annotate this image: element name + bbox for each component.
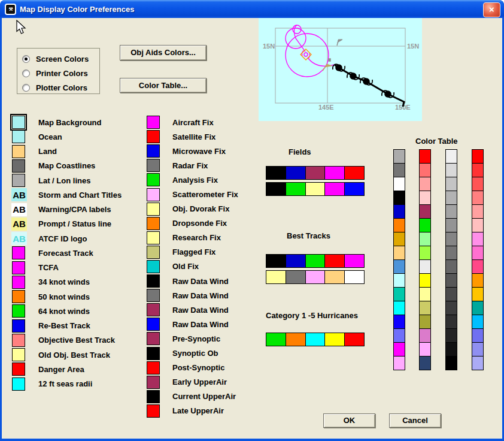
color-table-cell[interactable] [445,259,457,274]
color-swatch[interactable] [12,174,25,187]
color-table-cell[interactable] [393,356,405,370]
color-table-cell[interactable] [472,328,484,343]
color-swatch[interactable] [147,390,160,403]
color-table-cell[interactable] [445,149,457,164]
color-table-cell[interactable] [445,328,457,343]
fields-color-cell[interactable] [344,167,364,179]
radio-button[interactable] [22,70,30,77]
color-table-cell[interactable] [419,328,431,343]
ab-text-sample[interactable]: AB [11,218,27,231]
color-swatch[interactable] [12,159,25,173]
color-table-cell[interactable] [393,287,405,301]
color-table-cell[interactable] [445,204,457,219]
color-swatch[interactable] [147,231,160,244]
color-table-cell[interactable] [419,218,431,232]
color-table-cell[interactable] [393,177,405,191]
color-table-cell[interactable] [445,177,457,191]
color-swatch[interactable] [12,363,25,376]
color-swatch[interactable] [147,289,160,302]
color-table-cell[interactable] [445,315,457,329]
color-table-cell[interactable] [419,163,431,177]
color-table-cell[interactable] [472,191,484,205]
obj-aids-colors-button[interactable]: Obj Aids Colors... [120,45,207,61]
color-table-cell[interactable] [419,273,431,288]
color-swatch[interactable] [147,203,160,216]
color-swatch[interactable] [147,130,160,143]
title-bar[interactable]: ⚒ Map Display Color Preferences × [0,0,504,18]
radio-button[interactable] [22,84,30,92]
color-table-cell[interactable] [445,232,457,246]
color-table-cell[interactable] [445,287,457,301]
color-swatch[interactable] [12,145,25,158]
color-table-cell[interactable] [472,218,484,232]
ok-button[interactable]: OK [323,413,375,428]
ab-text-sample[interactable]: AB [11,188,27,201]
color-table-cell[interactable] [472,287,484,301]
color-table-cell[interactable] [472,246,484,260]
best-track-color-cell[interactable] [344,255,364,267]
color-swatch[interactable] [147,144,160,158]
color-table-cell[interactable] [419,246,431,260]
best-track-color-cell[interactable] [305,271,325,283]
fields-color-cell[interactable] [344,183,364,195]
fields-color-cell[interactable] [266,183,286,195]
category-color-cell[interactable] [324,333,344,346]
color-swatch[interactable] [12,130,25,143]
color-table-cell[interactable] [472,342,484,357]
best-track-color-cell[interactable] [324,255,344,267]
color-swatch[interactable] [12,319,25,333]
color-table-cell[interactable] [445,218,457,232]
color-table-cell[interactable] [419,342,431,357]
color-table-cell[interactable] [445,191,457,205]
color-swatch[interactable] [147,116,160,129]
best-track-color-cell[interactable] [286,255,305,267]
color-table-cell[interactable] [419,259,431,274]
color-table-cell[interactable] [445,163,457,177]
color-swatch[interactable] [12,304,25,318]
color-swatch[interactable] [147,318,160,331]
best-track-color-cell[interactable] [344,271,364,283]
color-table-cell[interactable] [445,246,457,260]
category-color-cell[interactable] [266,333,286,346]
color-swatch[interactable] [12,246,25,259]
color-table-cell[interactable] [445,342,457,357]
color-table-cell[interactable] [419,301,431,315]
color-table-cell[interactable] [472,232,484,246]
radio-option-printer-colors[interactable]: Printer Colors [22,66,99,80]
color-table-cell[interactable] [393,232,405,246]
color-swatch[interactable] [12,348,25,361]
radio-button[interactable] [22,55,30,63]
color-table-cell[interactable] [472,163,484,177]
color-table-cell[interactable] [419,191,431,205]
color-swatch[interactable] [12,377,25,391]
color-table-cell[interactable] [419,177,431,191]
color-swatch[interactable] [12,290,25,303]
color-table-cell[interactable] [393,218,405,232]
color-table-cell[interactable] [393,315,405,329]
ab-text-sample[interactable]: AB [11,232,27,245]
best-track-color-cell[interactable] [286,271,305,283]
color-table-cell[interactable] [419,204,431,219]
fields-color-cell[interactable] [286,183,305,195]
color-table-cell[interactable] [393,163,405,177]
color-swatch[interactable] [147,361,160,374]
color-swatch[interactable] [147,188,160,201]
color-swatch[interactable] [12,276,25,289]
color-table-button[interactable]: Color Table... [120,78,207,93]
category-color-cell[interactable] [344,333,364,346]
color-table-cell[interactable] [472,177,484,191]
color-table-cell[interactable] [419,232,431,246]
color-table-cell[interactable] [445,273,457,288]
fields-color-cell[interactable] [305,183,325,195]
fields-color-cell[interactable] [266,167,286,179]
color-swatch[interactable] [12,334,25,347]
color-table-cell[interactable] [472,301,484,315]
fields-color-cell[interactable] [305,167,325,179]
color-table-cell[interactable] [472,259,484,274]
color-swatch[interactable] [147,173,160,186]
color-swatch[interactable] [147,246,160,259]
color-table-cell[interactable] [393,149,405,164]
color-table-cell[interactable] [393,273,405,288]
best-track-color-cell[interactable] [305,255,325,267]
color-swatch[interactable] [147,303,160,316]
